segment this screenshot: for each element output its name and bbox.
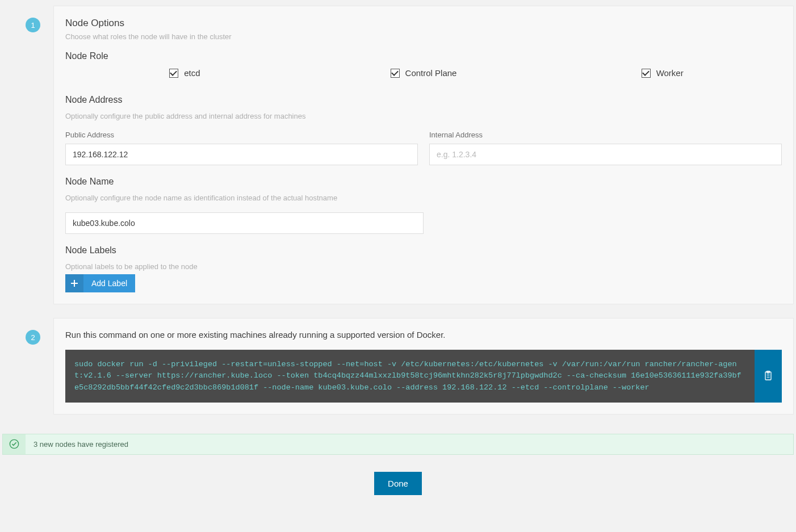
clipboard-icon [764,371,773,381]
panel-subtitle: Choose what roles the node will have in … [65,32,782,41]
step-badge-2: 2 [26,330,40,345]
role-worker-label: Worker [656,68,684,78]
public-address-label: Public Address [65,131,418,139]
status-message: 3 new nodes have registered [26,434,136,454]
role-worker[interactable]: Worker [543,68,782,78]
add-label-button[interactable]: Add Label [65,274,135,292]
node-options-panel: 1 Node Options Choose what roles the nod… [53,6,794,304]
status-bar: 3 new nodes have registered [2,434,794,455]
command-code[interactable]: sudo docker run -d --privileged --restar… [65,350,755,403]
node-labels-subtitle: Optional labels to be applied to the nod… [65,262,782,271]
internal-address-input[interactable] [429,144,782,165]
role-controlplane[interactable]: Control Plane [304,68,543,78]
command-instruction: Run this command on one or more existing… [65,330,782,340]
plus-icon [65,274,83,292]
copy-button[interactable] [755,350,782,403]
node-address-label: Node Address [65,95,782,105]
add-label-text: Add Label [83,279,135,288]
checkbox-controlplane[interactable] [391,69,400,78]
panel-title: Node Options [65,18,782,29]
node-role-label: Node Role [65,51,782,61]
success-icon [3,434,26,454]
run-command-panel: 2 Run this command on one or more existi… [53,318,794,414]
node-name-label: Node Name [65,177,782,187]
checkbox-etcd[interactable] [169,69,178,78]
role-controlplane-label: Control Plane [405,68,457,78]
step-badge-1: 1 [26,18,40,32]
node-labels-label: Node Labels [65,245,782,255]
done-button[interactable]: Done [374,472,422,495]
role-etcd-label: etcd [184,68,200,78]
internal-address-label: Internal Address [429,131,782,139]
checkbox-worker[interactable] [642,69,651,78]
node-address-subtitle: Optionally configure the public address … [65,112,782,120]
node-name-input[interactable] [65,212,424,234]
role-row: etcd Control Plane Worker [65,68,782,78]
role-etcd[interactable]: etcd [65,68,304,78]
node-name-subtitle: Optionally configure the node name as id… [65,194,782,202]
public-address-input[interactable] [65,144,418,165]
